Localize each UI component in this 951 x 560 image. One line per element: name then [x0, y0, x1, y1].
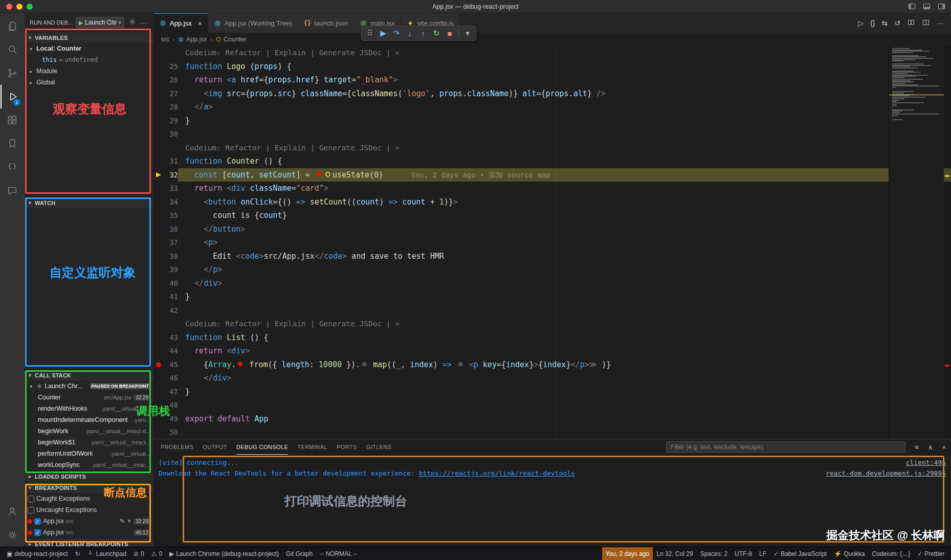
console-source-link[interactable]: react-dom.development.js:29895 — [826, 469, 946, 477]
breadcrumb-item[interactable]: src — [161, 36, 169, 43]
activity-explorer[interactable] — [1, 14, 24, 38]
braces-icon[interactable]: {} — [870, 19, 875, 27]
chevron-icon[interactable]: ▾ — [461, 27, 474, 39]
tab-app-jsx[interactable]: App.jsx× — [153, 13, 208, 33]
codeium-hint[interactable]: Codeium: Refactor | Explain | Generate J… — [185, 320, 400, 328]
call-stack-frame[interactable]: renderWithHooks.yarn/__virtual__/r... — [25, 403, 153, 414]
gutter[interactable] — [153, 250, 164, 263]
gutter[interactable] — [153, 222, 164, 236]
stop-icon[interactable]: ■ — [444, 27, 456, 39]
call-stack-section-header[interactable]: ▾ CALL STACK — [25, 369, 153, 380]
layout-panel-icon[interactable] — [922, 2, 931, 11]
gutter[interactable] — [153, 385, 164, 399]
variables-row[interactable]: ▸Module — [25, 65, 153, 77]
call-stack-frame[interactable]: workLoopSync.yarn/__virtual__/reac... — [25, 459, 153, 471]
breakpoints-section-header[interactable]: ▾ BREAKPOINTS — [25, 482, 153, 493]
gutter[interactable] — [153, 412, 164, 426]
breakpoint-gutter[interactable] — [153, 358, 164, 372]
gear-icon[interactable] — [128, 18, 136, 27]
gutter[interactable] — [153, 277, 164, 290]
status-item-0[interactable]: ⊘0 — [130, 547, 148, 560]
more-actions-icon[interactable]: ··· — [140, 19, 147, 27]
panel-tab-problems[interactable]: PROBLEMS — [161, 439, 193, 455]
step-out-icon[interactable]: ↑ — [417, 27, 429, 39]
tab-launch-json[interactable]: {}launch.json — [298, 13, 354, 33]
activity-settings[interactable] — [1, 523, 24, 547]
gutter[interactable] — [153, 87, 164, 101]
status-item-0[interactable]: ⚠0 — [148, 547, 166, 560]
panel-tab-output[interactable]: OUTPUT — [203, 439, 227, 455]
step-into-icon[interactable]: ↓ — [404, 27, 416, 39]
variables-row[interactable]: ▾Local: Counter — [25, 43, 153, 54]
console-filter-input[interactable] — [666, 441, 905, 453]
status-item-lf[interactable]: LF — [756, 547, 770, 560]
gutter[interactable] — [153, 263, 164, 277]
close-window-button[interactable] — [6, 4, 12, 10]
panel-tab-terminal[interactable]: TERMINAL — [297, 439, 327, 455]
status-item-you-2-days-ago[interactable]: You, 2 days ago — [602, 547, 653, 560]
codeium-hint[interactable]: Codeium: Refactor | Explain | Generate J… — [185, 49, 400, 57]
activity-snippets[interactable] — [1, 155, 24, 179]
minimap[interactable] — [889, 46, 944, 439]
gutter[interactable] — [153, 114, 164, 128]
codeium-hint[interactable]: Codeium: Refactor | Explain | Generate J… — [185, 144, 400, 152]
gutter[interactable] — [153, 73, 164, 87]
status-item-babel-javascript[interactable]: ✓Babel JavaScript — [770, 547, 830, 560]
compare-icon[interactable]: ⇆ — [882, 19, 888, 27]
layout-sidebar-right-icon[interactable] — [937, 2, 946, 11]
gutter[interactable] — [153, 154, 164, 168]
variables-row[interactable]: ▸Global — [25, 77, 153, 88]
split-editor-icon[interactable] — [922, 18, 930, 28]
step-over-icon[interactable]: ↷ — [390, 27, 403, 39]
status-item-prettier[interactable]: ✓Prettier — [914, 547, 948, 560]
gutter[interactable] — [153, 236, 164, 250]
activity-accounts[interactable] — [1, 500, 24, 523]
status-item-launchpad[interactable]: Launchpad — [83, 547, 129, 560]
gutter[interactable] — [153, 331, 164, 345]
debug-current-line-gutter[interactable] — [153, 168, 164, 182]
status-item-spaces-2[interactable]: Spaces: 2 — [697, 547, 731, 560]
call-stack-frame[interactable]: beginWork.yarn/__virtual__/react-d... — [25, 425, 153, 437]
variables-row[interactable]: this = undefined — [25, 54, 153, 65]
breakpoint-checkbox[interactable]: ✓ — [34, 518, 41, 525]
panel-close-icon[interactable]: × — [942, 443, 946, 451]
tab-app-jsx-working-tree-[interactable]: App.jsx (Working Tree) — [208, 13, 298, 33]
gutter[interactable] — [153, 398, 164, 412]
call-stack-frame[interactable]: Countersrc/App.jsx32:29 — [25, 392, 153, 403]
status-item-ln-32-col-29[interactable]: Ln 32, Col 29 — [653, 547, 696, 560]
breakpoint-row[interactable]: ✓App.jsxsrc✎×32:29 — [25, 516, 153, 527]
gutter[interactable] — [153, 100, 164, 114]
gutter[interactable] — [153, 290, 164, 304]
activity-search[interactable] — [1, 38, 24, 61]
call-stack-session[interactable]: ▾Launch Chr...PAUSED ON BREAKPOINT — [25, 380, 153, 392]
breakpoint-checkbox[interactable]: ✓ — [34, 529, 41, 536]
watch-section-header[interactable]: ▾ WATCH — [25, 197, 153, 208]
activity-extensions[interactable] — [1, 108, 24, 132]
continue-icon[interactable]: ▶ — [377, 27, 389, 39]
activity-bookmarks[interactable] — [1, 132, 24, 155]
maximize-window-button[interactable] — [27, 4, 33, 10]
panel-tab-debug-console[interactable]: DEBUG CONSOLE — [236, 439, 288, 455]
code-editor[interactable]: Codeium: Refactor | Explain | Generate J… — [153, 46, 951, 439]
console-url-link[interactable]: https://reactjs.org/link/react-devtools — [419, 469, 575, 477]
more-icon[interactable]: ··· — [937, 19, 944, 27]
console-menu-icon[interactable]: ≡ — [915, 443, 919, 451]
breakpoint-row[interactable]: Uncaught Exceptions — [25, 504, 153, 516]
activity-codeium-chat[interactable] — [1, 179, 24, 203]
book-icon[interactable] — [907, 18, 915, 28]
restart-icon[interactable]: ↻ — [430, 27, 443, 39]
status-item-normal[interactable]: -- NORMAL -- — [316, 547, 361, 560]
variables-section-header[interactable]: ▾ VARIABLES — [25, 32, 153, 43]
breadcrumb-item[interactable]: Counter — [215, 36, 246, 43]
gutter[interactable] — [153, 371, 164, 385]
close-icon[interactable]: × — [198, 19, 202, 28]
history-icon[interactable]: ↺ — [894, 19, 900, 27]
loaded-scripts-section-header[interactable]: ▸ LOADED SCRIPTS — [25, 471, 153, 482]
status-item-codeium[interactable]: Codeium: {…} — [869, 547, 914, 560]
launch-config-button[interactable]: ▶ Launch Chr ▾ — [76, 17, 124, 28]
gutter[interactable] — [153, 209, 164, 222]
editor-scrollbar[interactable] — [944, 46, 951, 439]
breakpoint-row[interactable]: ✓App.jsxsrc45:12 — [25, 527, 153, 538]
gutter[interactable] — [153, 182, 164, 195]
panel-tab-ports[interactable]: PORTS — [337, 439, 357, 455]
